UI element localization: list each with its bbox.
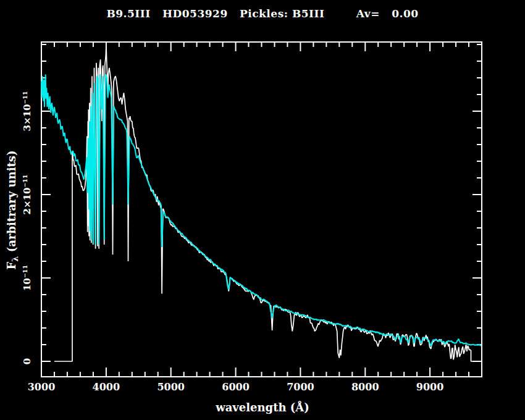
x-tick-label: 4000 [93, 381, 120, 393]
y-tick-label: 3×10⁻¹¹ [22, 91, 33, 132]
x-tick-label: 9000 [416, 381, 444, 393]
x-tick-label: 3000 [28, 381, 56, 393]
x-axis-label: wavelength (Å) [0, 401, 525, 414]
y-axis-label-lambda-subscript: λ [10, 256, 20, 262]
y-axis-label-f: F [5, 262, 18, 270]
spectrum-plot-window: B9.5III HD053929 Pickles: B5III Av= 0.00… [0, 0, 525, 420]
x-tick-label: 7000 [287, 381, 314, 393]
y-tick-label: 10⁻¹¹ [22, 265, 33, 291]
x-tick-label: 5000 [157, 381, 185, 393]
y-axis-label: Fλ (arbitrary units) [5, 151, 18, 270]
x-tick-label: 8000 [351, 381, 379, 393]
x-tick-label: 6000 [222, 381, 250, 393]
spectrum-chart [0, 0, 525, 420]
y-tick-label: 2×10⁻¹¹ [22, 175, 33, 215]
y-axis-label-units: (arbitrary units) [5, 151, 18, 256]
y-tick-label: 0 [22, 358, 33, 364]
